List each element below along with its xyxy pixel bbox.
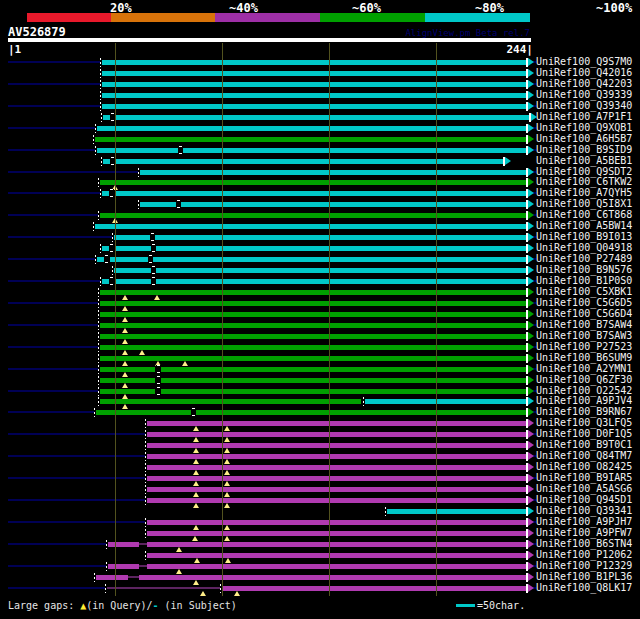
- segment-boundary-dash: [145, 551, 146, 560]
- subject-gap-mark: [111, 120, 114, 121]
- alignment-arrow-icon: [528, 452, 534, 460]
- subject-accession-label: UniRef100_P27523: [536, 341, 639, 352]
- segment-boundary-dash: [145, 452, 146, 461]
- subject-gap-mark: [105, 262, 108, 263]
- alignment-segment: [100, 213, 526, 218]
- gridline-2: [222, 43, 223, 596]
- alignment-arrow-icon: [528, 332, 534, 340]
- alignment-arrow-icon: [528, 573, 534, 581]
- subject-accession-label: UniRef100_C5XBK1: [536, 286, 639, 297]
- row-guide-line: [8, 565, 106, 567]
- subject-accession-label: UniRef100_B1PL36: [536, 571, 639, 582]
- segment-boundary-dash: [100, 102, 101, 111]
- segment-boundary-dash: [95, 146, 96, 155]
- subject-gap-mark: [179, 146, 182, 147]
- alignment-segment: [116, 115, 529, 120]
- row-guide-line: [8, 105, 100, 107]
- alignment-arrow-icon: [528, 168, 534, 176]
- row-guide-line: [8, 127, 95, 129]
- alignment-arrow-icon: [528, 540, 534, 548]
- alignment-arrow-icon: [528, 518, 534, 526]
- alignment-segment: [147, 465, 526, 470]
- alignment-segment: [97, 257, 104, 262]
- alignment-segment: [116, 159, 503, 164]
- alignment-arrow-icon: [528, 233, 534, 241]
- subject-gap-mark: [151, 240, 154, 241]
- segment-boundary-dash: [106, 562, 107, 571]
- query-gap-triangle-icon: [122, 361, 128, 366]
- query-gap-triangle-icon: [182, 361, 188, 366]
- alignment-arrow-icon: [528, 408, 534, 416]
- subject-accession-label: UniRef100_P12062: [536, 549, 639, 560]
- segment-boundary-dash: [106, 540, 107, 549]
- query-gap-triangle-icon: [193, 481, 199, 486]
- query-gap-triangle-icon: [193, 448, 199, 453]
- alignment-segment: [108, 564, 139, 569]
- subject-gap-mark: [110, 196, 113, 197]
- segment-boundary-dash: [138, 168, 139, 177]
- subject-accession-label: UniRef100_Q42203: [536, 78, 639, 89]
- subject-accession-label: UniRef100_B7SAW3: [536, 330, 639, 341]
- scale-segment-4: [320, 13, 425, 22]
- query-gap-triangle-icon: [193, 437, 199, 442]
- alignment-arrow-icon: [528, 365, 534, 373]
- row-guide-line: [8, 236, 112, 238]
- alignment-segment: [139, 565, 147, 567]
- alignment-segment: [110, 257, 526, 262]
- alignment-arrow-icon: [528, 200, 534, 208]
- query-gap-triangle-icon: [122, 372, 128, 377]
- row-guide-line: [8, 280, 100, 282]
- alignment-segment: [102, 82, 526, 87]
- query-gap-triangle-icon: [122, 295, 128, 300]
- subject-gap-mark: [149, 262, 152, 263]
- segment-boundary-dash: [101, 157, 102, 166]
- alignment-segment: [147, 432, 526, 437]
- subject-accession-label: UniRef100_C6T868: [536, 209, 639, 220]
- alignment-segment: [147, 520, 526, 525]
- subject-gap-mark: [179, 153, 182, 154]
- subject-accession-label: UniRef100_Q945D1: [536, 494, 639, 505]
- segment-boundary-dash: [93, 135, 94, 144]
- segment-boundary-dash: [220, 584, 221, 593]
- segment-boundary-dash: [145, 419, 146, 428]
- alignment-segment: [95, 137, 526, 142]
- query-gap-triangle-icon: [139, 350, 145, 355]
- subject-gap-mark: [110, 277, 113, 278]
- alignment-arrow-icon: [528, 58, 534, 66]
- row-guide-line: [8, 455, 145, 457]
- query-gap-triangle-icon: [224, 481, 230, 486]
- segment-boundary-dash: [100, 91, 101, 100]
- segment-boundary-dash: [145, 474, 146, 483]
- alignment-segment: [102, 191, 109, 196]
- row-guide-line: [8, 521, 145, 523]
- segment-boundary-dash: [363, 397, 364, 406]
- subject-accession-label: UniRef100_Q42016: [536, 67, 639, 78]
- row-guide-line: [8, 499, 145, 501]
- segment-boundary-dash: [145, 441, 146, 450]
- subject-gap-mark: [152, 277, 155, 278]
- subject-gap-mark: [152, 244, 155, 245]
- alignment-arrow-icon: [528, 146, 534, 154]
- alignment-segment: [139, 543, 147, 545]
- query-gap-triangle-icon: [122, 328, 128, 333]
- query-gap-triangle-icon: [225, 558, 231, 563]
- query-gap-triangle-icon: [224, 448, 230, 453]
- segment-boundary-dash: [101, 113, 102, 122]
- subject-accession-label: UniRef100_Q6ZF30: [536, 374, 639, 385]
- subject-gap-mark: [192, 408, 195, 409]
- subject-gap-mark: [152, 266, 155, 267]
- alignment-segment: [140, 170, 526, 175]
- alignment-segment: [102, 93, 526, 98]
- alignment-segment: [147, 454, 526, 459]
- query-gap-triangle-icon: [193, 492, 199, 497]
- alignment-segment: [365, 399, 526, 404]
- query-ruler-bar: [8, 38, 531, 42]
- alignment-arrow-icon: [528, 485, 534, 493]
- subject-gap-mark: [110, 251, 113, 252]
- alignment-arrow-icon: [528, 343, 534, 351]
- alignview-canvas: 20%~40%~60%~80%~100% AV526879 AlignView.…: [0, 0, 640, 619]
- gap-legend-query-text: (in Query)/: [86, 600, 152, 611]
- row-guide-line: [8, 587, 105, 589]
- alignment-arrow-icon: [528, 430, 534, 438]
- alignment-segment: [96, 575, 128, 580]
